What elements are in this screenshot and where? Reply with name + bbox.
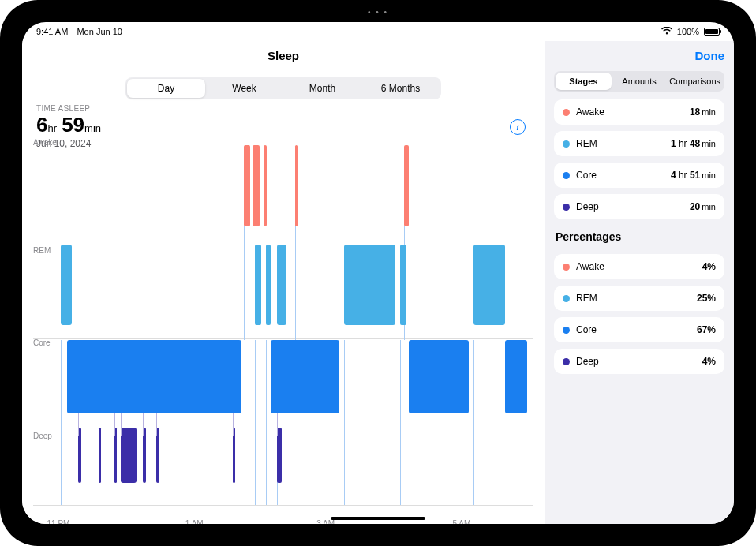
chart-thread	[233, 413, 234, 436]
tab-day[interactable]: Day	[127, 79, 205, 98]
stat-value: 1 hr 48min	[671, 138, 716, 149]
stat-row[interactable]: Deep4%	[554, 349, 724, 374]
stat-row[interactable]: Awake4%	[554, 254, 724, 279]
status-left: 9:41 AM Mon Jun 10	[36, 27, 129, 36]
stage-dot-icon	[563, 140, 570, 148]
stat-value: 25%	[697, 293, 716, 304]
stat-value: 4%	[702, 356, 716, 367]
side-tabs: Stages Amounts Comparisons	[554, 71, 724, 92]
summary-label: TIME ASLEEP	[36, 104, 533, 113]
chart-thread	[78, 413, 79, 436]
chart-thread	[253, 226, 253, 340]
durations-list: Awake18minREM1 hr 48minCore4 hr 51minDee…	[554, 99, 724, 219]
chart-thread	[344, 340, 345, 505]
side-panel: Done Stages Amounts Comparisons Awake18m…	[545, 41, 734, 524]
stage-dot-icon	[563, 295, 570, 302]
battery-icon	[704, 28, 720, 36]
stage-dot-icon	[563, 264, 570, 271]
tab-amounts[interactable]: Amounts	[612, 73, 668, 90]
wifi-icon	[661, 26, 672, 37]
page-title: Sleep	[268, 49, 299, 62]
tab-week[interactable]: Week	[205, 79, 283, 98]
tick-1am: 1 AM	[185, 519, 204, 524]
chart-bar-deep	[156, 428, 159, 483]
stat-value: 20min	[690, 201, 716, 212]
stat-value: 67%	[697, 324, 716, 335]
status-bar: 9:41 AM Mon Jun 10 100%	[22, 22, 734, 41]
stat-value: 4 hr 51min	[671, 170, 716, 181]
stat-row[interactable]: REM25%	[554, 286, 724, 311]
stat-name: REM	[576, 138, 671, 149]
chart-bar-awake	[253, 145, 259, 226]
chart-bar-rem	[255, 245, 261, 325]
chart-thread	[473, 340, 474, 505]
chart-bar-rem	[277, 245, 286, 325]
chart-bar-awake	[264, 145, 267, 226]
tab-stages[interactable]: Stages	[556, 73, 612, 90]
chart-thread	[255, 340, 256, 505]
chart-bar-deep	[277, 428, 282, 483]
chart-bar-awake	[244, 145, 250, 226]
axis-deep: Deep	[33, 432, 52, 440]
stat-row[interactable]: Deep20min	[554, 194, 724, 219]
screen: 9:41 AM Mon Jun 10 100% Sleep Day	[22, 22, 734, 524]
chart-bar-core	[67, 340, 241, 413]
axis-awake: Awake	[33, 138, 57, 147]
home-indicator[interactable]	[331, 517, 425, 520]
stat-name: REM	[576, 293, 697, 304]
stage-dot-icon	[563, 204, 570, 211]
stat-row[interactable]: REM1 hr 48min	[554, 131, 724, 156]
stat-name: Core	[576, 170, 671, 181]
stat-row[interactable]: Awake18min	[554, 99, 724, 125]
stat-row[interactable]: Core4 hr 51min	[554, 163, 724, 188]
tab-comparisons[interactable]: Comparisons	[667, 73, 723, 90]
tab-6months[interactable]: 6 Months	[361, 79, 440, 98]
chart-thread	[266, 340, 267, 505]
tick-11pm: 11 PM	[47, 519, 70, 524]
chart-bar-awake	[295, 145, 298, 226]
stage-dot-icon	[563, 327, 570, 334]
chart-thread	[264, 226, 264, 340]
chart-bar-deep	[121, 428, 137, 483]
chart-thread	[295, 226, 296, 340]
chart-bar-deep	[99, 428, 102, 483]
stage-dot-icon	[563, 109, 570, 116]
axis-rem: REM	[33, 246, 51, 255]
battery-pct: 100%	[677, 27, 699, 36]
main-panel: Sleep Day Week Month 6 Months TIME ASLEE…	[22, 41, 545, 524]
chart-thread	[400, 340, 401, 505]
multitask-dots-icon: • • •	[368, 8, 388, 17]
status-right: 100%	[661, 26, 720, 37]
chart-bar-deep	[143, 428, 146, 483]
status-date: Mon Jun 10	[77, 27, 122, 36]
header: Sleep	[33, 49, 533, 73]
chart-thread	[114, 413, 115, 436]
sleep-chart[interactable]: Awake REM Core Deep 11 PM 1 AM 3 AM 5 AM	[33, 138, 533, 524]
done-button[interactable]: Done	[695, 49, 725, 62]
stat-value: 18min	[690, 107, 716, 118]
chart-bar-rem	[61, 245, 72, 325]
chart-bar-deep	[233, 428, 236, 483]
stage-dot-icon	[563, 172, 570, 179]
stat-row[interactable]: Core67%	[554, 317, 724, 342]
chart-thread	[99, 413, 99, 436]
chart-thread	[61, 340, 62, 505]
stat-name: Awake	[576, 261, 702, 272]
chart-bar-rem	[400, 245, 406, 325]
stat-value: 4%	[702, 261, 716, 272]
content: Sleep Day Week Month 6 Months TIME ASLEE…	[22, 41, 734, 524]
chart-thread	[121, 413, 122, 436]
tick-5am: 5 AM	[452, 519, 470, 524]
stat-name: Deep	[576, 356, 702, 367]
chart-bar-awake	[404, 145, 409, 226]
range-tabs: Day Week Month 6 Months	[125, 77, 441, 99]
chart-bar-rem	[344, 245, 395, 325]
chart-bar-core	[271, 340, 340, 413]
chart-bar-core	[409, 340, 469, 413]
ipad-frame: • • • 9:41 AM Mon Jun 10 100% Sleep	[0, 0, 756, 546]
tab-month[interactable]: Month	[283, 79, 361, 98]
info-icon[interactable]: i	[510, 119, 526, 135]
stage-dot-icon	[563, 358, 570, 365]
status-time: 9:41 AM	[36, 27, 68, 36]
chart-thread	[244, 226, 245, 340]
